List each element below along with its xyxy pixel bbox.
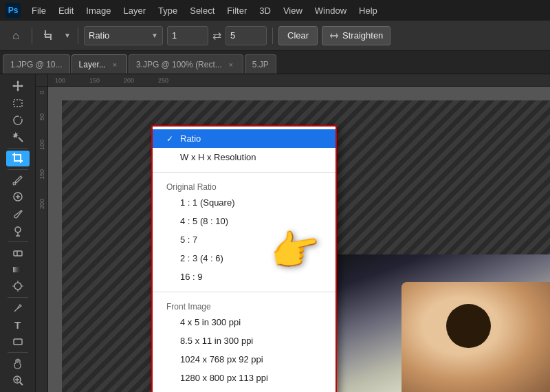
swap-icon[interactable]: ⇄ — [212, 29, 221, 42]
ratio-dropdown-chevron: ▼ — [151, 32, 158, 39]
svg-marker-5 — [336, 33, 338, 39]
tab-layer-close[interactable]: × — [110, 60, 120, 69]
menu-image[interactable]: Image — [80, 4, 116, 17]
tab-layer[interactable]: Layer... × — [72, 54, 127, 74]
ruler-v-tick: 0 — [38, 91, 45, 94]
dropdown-separator-2 — [153, 292, 336, 292]
tool-move[interactable] — [6, 78, 30, 94]
ruler-h-tick: 200 — [124, 77, 158, 84]
wxhxres-item-label: W x H x Resolution — [180, 152, 256, 162]
tool-text[interactable]: T — [6, 317, 30, 333]
canvas-area: 100 150 200 250 0 50 100 150 200 — [36, 74, 550, 392]
ratio-checkmark: ✓ — [166, 134, 176, 144]
svg-rect-3 — [44, 34, 52, 35]
menu-window[interactable]: Window — [309, 4, 352, 17]
tool-eraser[interactable] — [6, 245, 30, 261]
straighten-label: Straighten — [342, 30, 383, 41]
tab-5jpg-label: 5.JP — [252, 60, 269, 69]
dropdown-separator-1 — [153, 172, 336, 173]
ruler-h-tick: 250 — [158, 77, 192, 84]
app-logo: Ps — [6, 3, 21, 18]
menu-help[interactable]: Help — [353, 4, 383, 17]
crop-width-input[interactable] — [167, 26, 208, 45]
tool-pen[interactable] — [6, 300, 30, 316]
preset-1x1-label: 1 : 1 (Square) — [180, 197, 235, 208]
dropdown-item-1x1[interactable]: 1 : 1 (Square) — [153, 193, 336, 212]
ratio-dropdown[interactable]: Ratio ▼ — [84, 26, 163, 45]
tab-layer-label: Layer... — [79, 60, 106, 69]
crop-preset-dropdown: ✓ Ratio W x H x Resolution Original Rati… — [151, 125, 337, 392]
tool-eyedropper[interactable] — [6, 172, 30, 188]
tool-select-rect[interactable] — [6, 96, 30, 111]
dropdown-item-wxhxres[interactable]: W x H x Resolution — [153, 148, 336, 166]
crop-dropdown-arrow[interactable]: ▼ — [63, 25, 72, 46]
crop-height-input[interactable] — [226, 26, 267, 45]
menu-select[interactable]: Select — [184, 4, 220, 17]
dropdown-item-4x5[interactable]: 4 : 5 (8 : 10) — [153, 212, 336, 230]
ruler-vertical: 0 50 100 150 200 — [36, 87, 48, 392]
ratio-item-label: Ratio — [180, 133, 201, 144]
tool-zoom[interactable] — [6, 372, 30, 388]
svg-rect-17 — [14, 251, 22, 256]
menu-filter[interactable]: Filter — [221, 4, 252, 17]
ruler-v-tick: 150 — [38, 169, 45, 179]
preset-5x7-label: 5 : 7 — [180, 235, 197, 245]
front-4x5in-label: 4 x 5 in 300 ppi — [180, 317, 241, 327]
ruler-h-tick: 100 — [55, 77, 89, 84]
dropdown-item-16x9[interactable]: 16 : 9 — [153, 268, 336, 286]
front-1024x768-label: 1024 x 768 px 92 ppi — [180, 354, 263, 364]
dropdown-item-1024x768[interactable]: 1024 x 768 px 92 ppi — [153, 350, 336, 369]
svg-rect-19 — [13, 267, 23, 272]
svg-point-12 — [13, 182, 16, 185]
svg-marker-6 — [330, 33, 332, 39]
tool-heal[interactable] — [6, 189, 30, 205]
menu-layer[interactable]: Layer — [118, 4, 152, 17]
dropdown-front-section: Front Image 4 x 5 in 300 ppi 8.5 x 11 in… — [153, 295, 336, 392]
dropdown-item-1366x768[interactable]: 1366 x 768 px 135 ppi — [153, 387, 336, 392]
dropdown-item-ratio[interactable]: ✓ Ratio — [153, 129, 336, 148]
dropdown-item-2x3[interactable]: 2 : 3 (4 : 6) — [153, 249, 336, 268]
dropdown-front-header: Front Image — [153, 298, 336, 313]
tool-lasso[interactable] — [6, 112, 30, 128]
straighten-button[interactable]: Straighten — [322, 26, 390, 45]
crop-tool-icon[interactable] — [38, 25, 58, 46]
ruler-corner — [36, 74, 48, 87]
preset-16x9-label: 16 : 9 — [180, 272, 203, 282]
tab-3jpg-close[interactable]: × — [226, 60, 236, 69]
tool-dodge[interactable] — [6, 279, 30, 294]
svg-line-23 — [20, 382, 23, 385]
straighten-icon — [329, 31, 339, 41]
dropdown-item-1280x800[interactable]: 1280 x 800 px 113 ppi — [153, 369, 336, 387]
menu-edit[interactable]: Edit — [53, 4, 79, 17]
tab-3jpg[interactable]: 3.JPG @ 100% (Rect... × — [129, 54, 243, 74]
dropdown-item-5x7[interactable]: 5 : 7 — [153, 230, 336, 249]
front-1280x800-label: 1280 x 800 px 113 ppi — [180, 373, 268, 383]
tool-shape[interactable] — [6, 334, 30, 349]
menu-type[interactable]: Type — [153, 4, 183, 17]
tool-wand[interactable] — [6, 129, 30, 145]
front-8x11in-label: 8.5 x 11 in 300 ppi — [180, 336, 253, 346]
left-toolbar: T — [0, 74, 36, 392]
tool-crop[interactable] — [6, 151, 30, 166]
tab-5jpg[interactable]: 5.JP — [245, 54, 276, 74]
menu-3d[interactable]: 3D — [254, 4, 276, 17]
ruler-h-tick: 150 — [89, 77, 124, 84]
tool-stamp[interactable] — [6, 223, 30, 239]
tab-1jpg[interactable]: 1.JPG @ 10... — [3, 54, 70, 74]
dropdown-item-4x5in[interactable]: 4 x 5 in 300 ppi — [153, 313, 336, 331]
clear-button[interactable]: Clear — [278, 26, 318, 45]
tool-brush[interactable] — [6, 206, 30, 222]
ruler-v-tick: 100 — [38, 140, 45, 150]
svg-point-20 — [14, 283, 21, 290]
menu-view[interactable]: View — [278, 4, 308, 17]
ruler-v-tick: 50 — [38, 113, 45, 120]
divider-1 — [32, 28, 32, 44]
tool-hand[interactable] — [6, 356, 30, 371]
tool-gradient[interactable] — [6, 261, 30, 277]
menubar: Ps File Edit Image Layer Type Select Fil… — [0, 0, 550, 21]
tool-separator-1 — [8, 148, 28, 149]
home-button[interactable]: ⌂ — [6, 25, 26, 46]
dropdown-type-section: ✓ Ratio W x H x Resolution — [153, 127, 336, 169]
menu-file[interactable]: File — [26, 4, 52, 17]
dropdown-item-8x11in[interactable]: 8.5 x 11 in 300 ppi — [153, 331, 336, 350]
